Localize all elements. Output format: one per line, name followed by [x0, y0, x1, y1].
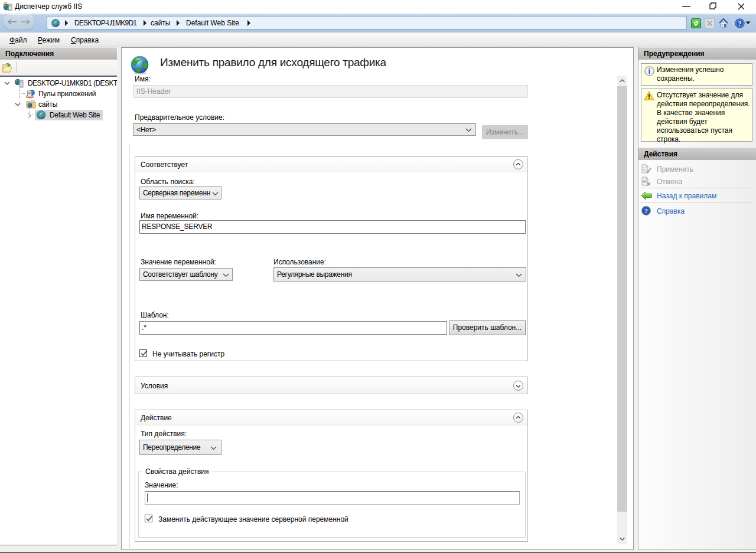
svg-text:?: ?: [738, 19, 742, 28]
svg-text:?: ?: [644, 207, 648, 214]
